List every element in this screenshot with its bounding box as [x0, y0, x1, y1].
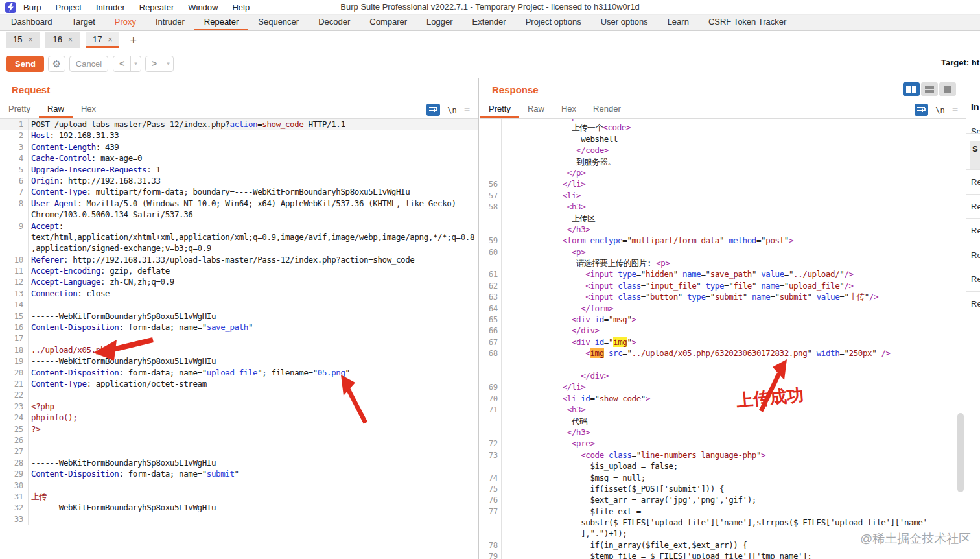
show-newlines-toggle[interactable]: \n — [447, 106, 456, 115]
request-editor[interactable]: 1POST /upload-labs-master/Pass-12/index.… — [0, 119, 478, 559]
tab-proxy[interactable]: Proxy — [105, 15, 146, 30]
inspector-section-clipped[interactable]: Re — [971, 226, 980, 235]
inspector-section-clipped[interactable]: Re — [971, 250, 980, 260]
menu-item-burp[interactable]: Burp — [23, 3, 41, 12]
menu-item-intruder[interactable]: Intruder — [96, 3, 125, 12]
code-row: </p> — [480, 167, 966, 178]
tab-learn[interactable]: Learn — [658, 15, 699, 30]
response-scrollbar-thumb[interactable] — [957, 413, 964, 492]
inspector-section-clipped[interactable]: Re — [971, 274, 980, 284]
response-tab-pretty[interactable]: Pretty — [480, 101, 519, 118]
layout-rows-icon[interactable] — [921, 82, 938, 96]
main-tab-bar: DashboardTargetProxyIntruderRepeaterSequ… — [0, 15, 980, 31]
tab-extender[interactable]: Extender — [463, 15, 516, 30]
line-number: 19 — [0, 355, 29, 366]
back-dropdown-icon[interactable]: ▾ — [130, 56, 141, 71]
code-row: 73 <code class="line-numbers language-ph… — [480, 449, 966, 460]
response-tab-raw[interactable]: Raw — [519, 101, 553, 118]
response-tab-render[interactable]: Render — [585, 101, 629, 118]
tab-comparer[interactable]: Comparer — [360, 15, 417, 30]
line-number: 57 — [480, 190, 502, 201]
repeater-tab-17[interactable]: 17× — [86, 32, 119, 48]
back-arrow-glyph[interactable]: < — [113, 56, 130, 71]
add-tab-button[interactable]: + — [130, 34, 137, 47]
code-row: 7Content-Type: multipart/form-data; boun… — [0, 186, 478, 197]
inspector-section-clipped[interactable]: Re — [971, 202, 980, 211]
code-row: 24phpinfo(); — [0, 412, 478, 423]
layout-single-icon[interactable] — [939, 82, 956, 96]
code-row: 8User-Agent: Mozilla/5.0 (Windows NT 10.… — [0, 198, 478, 209]
layout-columns-icon[interactable] — [903, 82, 920, 96]
tab-decoder[interactable]: Decoder — [309, 15, 360, 30]
tab-sequencer[interactable]: Sequencer — [248, 15, 309, 30]
close-tab-icon[interactable]: × — [28, 35, 32, 44]
code-row: 9Accept: — [0, 220, 478, 232]
request-menu-icon[interactable]: ≡ — [464, 104, 470, 116]
code-row: 17 — [0, 333, 478, 344]
response-code: 55 <p> 上传一个<code> webshell </code> 到服务器。… — [480, 119, 966, 559]
code-line-text: <li id="show_code"> — [502, 393, 966, 404]
code-line-text: ------WebKitFormBoundaryhSp8oxu5L1vWgHIu — [29, 457, 478, 468]
word-wrap-toggle-icon[interactable] — [915, 104, 928, 116]
repeater-tab-label: 15 — [13, 34, 22, 44]
line-number: 33 — [0, 514, 29, 525]
tab-target[interactable]: Target — [62, 15, 105, 30]
code-line-text: Cache-Control: max-age=0 — [29, 152, 478, 163]
line-number: 72 — [480, 438, 502, 449]
line-number: 8 — [0, 198, 29, 209]
request-tab-pretty[interactable]: Pretty — [0, 101, 39, 118]
word-wrap-toggle-icon[interactable] — [426, 104, 440, 116]
tab-csrf-token-tracker[interactable]: CSRF Token Tracker — [699, 15, 796, 30]
code-line-text: Connection: close — [29, 288, 478, 299]
menu-item-window[interactable]: Window — [188, 3, 218, 12]
line-number: 5 — [0, 164, 29, 175]
code-row: 14 — [0, 299, 478, 310]
code-row: 19------WebKitFormBoundaryhSp8oxu5L1vWgH… — [0, 355, 478, 366]
repeater-tab-15[interactable]: 15× — [6, 32, 40, 48]
line-number: 56 — [480, 178, 502, 189]
code-line-text: <h3> — [502, 201, 966, 212]
inspector-section-clipped[interactable]: Re — [971, 177, 980, 187]
forward-arrow-glyph[interactable]: > — [146, 56, 163, 71]
show-newlines-toggle[interactable]: \n — [935, 106, 944, 115]
menu-item-repeater[interactable]: Repeater — [139, 3, 174, 12]
inspector-section-clipped[interactable]: Re — [971, 299, 980, 309]
next-request-button[interactable]: > ▾ — [145, 56, 174, 72]
menu-item-project[interactable]: Project — [55, 3, 81, 12]
tab-user-options[interactable]: User options — [591, 15, 658, 30]
request-tab-hex[interactable]: Hex — [73, 101, 104, 118]
code-line-text: webshell — [502, 134, 966, 145]
tab-dashboard[interactable]: Dashboard — [1, 15, 62, 30]
tab-logger[interactable]: Logger — [417, 15, 462, 30]
response-tab-hex[interactable]: Hex — [553, 101, 585, 118]
send-button[interactable]: Send — [6, 56, 44, 72]
code-line-text: $msg = null; — [502, 472, 966, 483]
inspector-clipped-button[interactable]: S — [970, 141, 980, 169]
close-tab-icon[interactable]: × — [108, 35, 112, 44]
line-number — [480, 145, 502, 156]
close-tab-icon[interactable]: × — [68, 35, 73, 44]
response-menu-icon[interactable]: ≡ — [952, 104, 958, 116]
request-tab-raw[interactable]: Raw — [39, 101, 73, 118]
code-row: text/html,application/xhtml+xml,applicat… — [0, 232, 478, 243]
tab-project-options[interactable]: Project options — [516, 15, 591, 30]
line-number: 23 — [0, 401, 29, 412]
menu-item-help[interactable]: Help — [232, 3, 250, 12]
inspector-panel-collapsed[interactable]: InSeSReReReReReRe — [966, 78, 980, 559]
inspector-section-clipped[interactable]: Se — [971, 126, 980, 136]
gear-icon[interactable]: ⚙ — [48, 56, 65, 72]
cancel-button[interactable]: Cancel — [69, 56, 108, 72]
code-line-text: Host: 192.168.31.33 — [29, 130, 478, 141]
code-row: 61 <input type="hidden" name="save_path"… — [480, 268, 966, 280]
tab-intruder[interactable]: Intruder — [146, 15, 194, 30]
burp-logo-icon — [5, 2, 16, 13]
inspector-title-clipped: In — [971, 102, 979, 112]
forward-dropdown-icon[interactable]: ▾ — [163, 56, 173, 71]
code-row: 15------WebKitFormBoundaryhSp8oxu5L1vWgH… — [0, 311, 478, 322]
response-viewer[interactable]: 55 <p> 上传一个<code> webshell </code> 到服务器。… — [480, 119, 966, 559]
repeater-tab-16[interactable]: 16× — [45, 32, 79, 48]
previous-request-button[interactable]: < ▾ — [113, 56, 141, 72]
tab-repeater[interactable]: Repeater — [194, 15, 248, 30]
code-row: 72 <pre> — [480, 438, 966, 449]
code-row: 11Accept-Encoding: gzip, deflate — [0, 265, 478, 276]
